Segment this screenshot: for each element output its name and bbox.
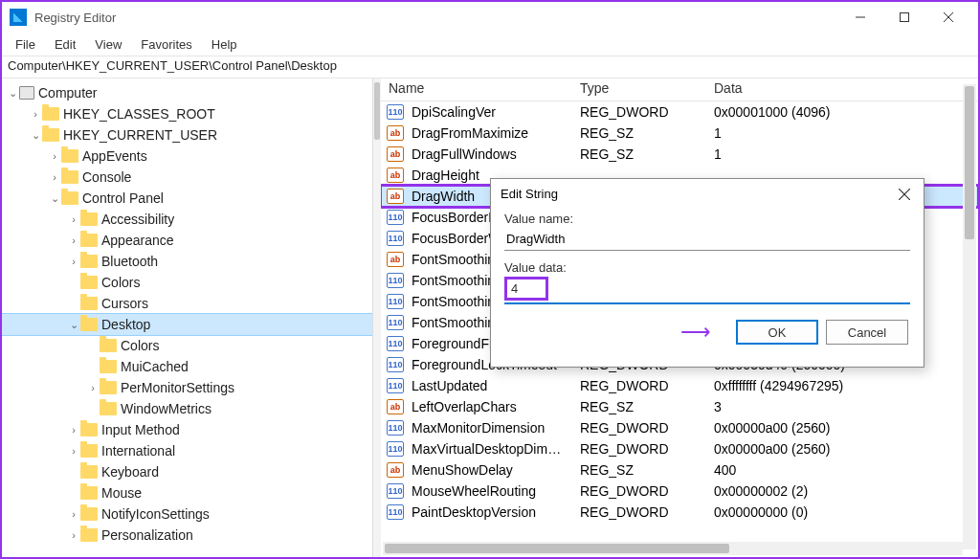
computer-icon bbox=[19, 86, 34, 100]
tree-label: NotifyIconSettings bbox=[101, 506, 210, 522]
tree-label: HKEY_CURRENT_USER bbox=[63, 127, 217, 143]
col-type[interactable]: Type bbox=[572, 78, 706, 101]
folder-icon bbox=[100, 381, 117, 394]
menubar: File Edit View Favorites Help bbox=[2, 33, 978, 56]
maximize-button[interactable] bbox=[882, 2, 926, 33]
ok-button[interactable]: OK bbox=[736, 320, 818, 345]
value-data-field[interactable]: 4 bbox=[504, 277, 548, 301]
reg-value-icon: 110 bbox=[387, 504, 404, 520]
tree-item[interactable]: Colors bbox=[2, 335, 372, 356]
value-name-field[interactable] bbox=[504, 228, 910, 251]
menu-view[interactable]: View bbox=[85, 35, 131, 54]
tree-item[interactable]: ›Bluetooth bbox=[2, 251, 372, 272]
tree-root[interactable]: ⌄Computer bbox=[2, 82, 372, 103]
tree-label: AppEvents bbox=[82, 148, 147, 164]
tree-item[interactable]: ›Appearance bbox=[2, 230, 372, 251]
value-data-label: Value data: bbox=[504, 260, 910, 275]
tree-item[interactable]: ›AppEvents bbox=[2, 145, 372, 167]
tree-item[interactable]: WindowMetrics bbox=[2, 398, 372, 419]
tree-label: International bbox=[101, 443, 175, 458]
tree-label: MuiCached bbox=[121, 359, 189, 374]
list-row[interactable]: 110MouseWheelRoutingREG_DWORD0x00000002 … bbox=[381, 481, 978, 502]
menu-help[interactable]: Help bbox=[202, 35, 247, 54]
menu-file[interactable]: File bbox=[6, 35, 45, 54]
tree-item[interactable]: ⌄HKEY_CURRENT_USER bbox=[2, 124, 372, 145]
vertical-scrollbar[interactable] bbox=[963, 84, 976, 549]
tree-item[interactable]: Keyboard bbox=[2, 461, 372, 482]
folder-icon bbox=[42, 107, 59, 121]
tree-item[interactable]: ›International bbox=[2, 440, 372, 461]
list-row[interactable]: 110MaxVirtualDesktopDimen...REG_DWORD0x0… bbox=[381, 438, 978, 459]
splitter[interactable] bbox=[373, 78, 381, 557]
window-title: Registry Editor bbox=[34, 11, 838, 25]
tree-panel[interactable]: ⌄Computer›HKEY_CLASSES_ROOT⌄HKEY_CURRENT… bbox=[2, 78, 373, 557]
dialog-title: Edit String bbox=[491, 179, 924, 208]
list-row[interactable]: abDragFromMaximizeREG_SZ1 bbox=[381, 123, 978, 144]
reg-value-icon: ab bbox=[387, 252, 404, 267]
tree-item[interactable]: ›PerMonitorSettings bbox=[2, 377, 372, 398]
tree-label: Control Panel bbox=[82, 190, 164, 206]
value-name-label: Value name: bbox=[504, 212, 910, 226]
cell-type: REG_SZ bbox=[572, 399, 706, 414]
titlebar: Registry Editor bbox=[2, 2, 978, 33]
reg-value-icon: 110 bbox=[387, 273, 404, 288]
tree-item[interactable]: ›Input Method bbox=[2, 419, 372, 440]
reg-value-icon: ab bbox=[387, 168, 404, 183]
list-row[interactable]: 110PaintDesktopVersionREG_DWORD0x0000000… bbox=[381, 502, 978, 523]
horizontal-scrollbar[interactable] bbox=[383, 542, 963, 555]
tree-label: Personalization bbox=[101, 527, 193, 543]
cell-type: REG_DWORD bbox=[572, 378, 706, 393]
col-data[interactable]: Data bbox=[706, 78, 978, 101]
cell-data: 3 bbox=[706, 399, 978, 414]
list-row[interactable]: abLeftOverlapCharsREG_SZ3 bbox=[381, 396, 978, 417]
cell-type: REG_DWORD bbox=[572, 104, 706, 120]
folder-icon bbox=[100, 402, 117, 415]
list-row[interactable]: 110MaxMonitorDimensionREG_DWORD0x00000a0… bbox=[381, 417, 978, 438]
folder-icon bbox=[61, 191, 78, 205]
tree-label: Appearance bbox=[101, 233, 174, 248]
tree-item[interactable]: ⌄Desktop bbox=[2, 314, 372, 335]
cancel-button[interactable]: Cancel bbox=[826, 320, 908, 345]
tree-item[interactable]: Mouse bbox=[2, 482, 372, 503]
cell-name: DpiScalingVer bbox=[404, 104, 572, 120]
tree-item[interactable]: ›Personalization bbox=[2, 525, 372, 546]
tree-item[interactable]: ›Accessibility bbox=[2, 209, 372, 230]
reg-value-icon: 110 bbox=[387, 315, 404, 330]
dialog-close-button[interactable] bbox=[891, 185, 918, 204]
minimize-button[interactable] bbox=[838, 2, 882, 33]
folder-icon bbox=[80, 255, 98, 268]
list-row[interactable]: 110DpiScalingVerREG_DWORD0x00001000 (409… bbox=[381, 101, 978, 123]
tree-item[interactable]: MuiCached bbox=[2, 356, 372, 377]
menu-edit[interactable]: Edit bbox=[45, 35, 85, 54]
list-row[interactable]: 110LastUpdatedREG_DWORD0xffffffff (42949… bbox=[381, 375, 978, 396]
reg-value-icon: ab bbox=[387, 189, 404, 204]
close-button[interactable] bbox=[926, 2, 970, 33]
menu-favorites[interactable]: Favorites bbox=[131, 35, 201, 54]
folder-icon bbox=[80, 465, 98, 479]
folder-icon bbox=[80, 212, 98, 226]
reg-value-icon: ab bbox=[387, 125, 404, 141]
reg-value-icon: ab bbox=[387, 146, 404, 162]
tree-item[interactable]: Cursors bbox=[2, 293, 372, 314]
tree-item[interactable]: Colors bbox=[2, 272, 372, 293]
cell-name: MouseWheelRouting bbox=[404, 483, 572, 499]
cell-data: 0xffffffff (4294967295) bbox=[706, 378, 978, 393]
tree-item[interactable]: ›HKEY_CLASSES_ROOT bbox=[2, 103, 372, 124]
folder-icon bbox=[80, 444, 98, 458]
col-name[interactable]: Name bbox=[381, 78, 572, 101]
tree-item[interactable]: ›NotifyIconSettings bbox=[2, 503, 372, 525]
folder-icon bbox=[80, 528, 98, 542]
address-bar[interactable]: Computer\HKEY_CURRENT_USER\Control Panel… bbox=[2, 56, 978, 78]
tree-item[interactable]: ›Console bbox=[2, 167, 372, 188]
tree-label: Colors bbox=[101, 275, 140, 290]
cell-data: 1 bbox=[706, 146, 978, 162]
tree-label: Bluetooth bbox=[101, 254, 158, 269]
list-row[interactable]: abMenuShowDelayREG_SZ400 bbox=[381, 459, 978, 481]
cell-data: 0x00000a00 (2560) bbox=[706, 420, 978, 436]
tree-item[interactable]: ⌄Control Panel bbox=[2, 188, 372, 209]
reg-value-icon: 110 bbox=[387, 483, 404, 499]
tree-label: Desktop bbox=[101, 317, 150, 332]
app-icon bbox=[10, 9, 27, 26]
cell-data: 0x00000000 (0) bbox=[706, 504, 978, 520]
list-row[interactable]: abDragFullWindowsREG_SZ1 bbox=[381, 144, 978, 165]
